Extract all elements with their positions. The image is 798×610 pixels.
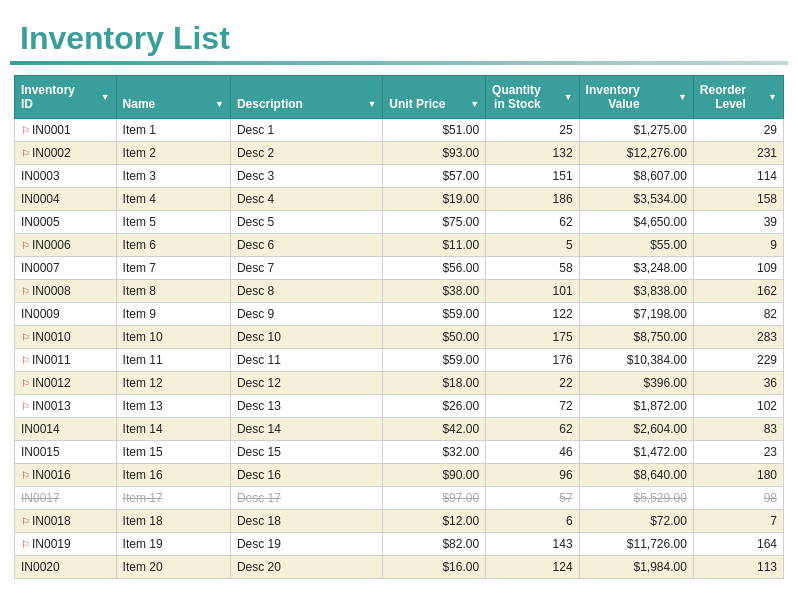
cell-unit-price: $82.00: [383, 533, 486, 556]
table-row: ⚐IN0001Item 1Desc 1$51.0025$1,275.0029: [15, 119, 784, 142]
cell-id: IN0020: [15, 556, 117, 579]
cell-description: Desc 9: [230, 303, 382, 326]
flag-icon: ⚐: [21, 539, 30, 550]
cell-reorder-level: 158: [693, 188, 783, 211]
cell-reorder-level: 164: [693, 533, 783, 556]
cell-description: Desc 2: [230, 142, 382, 165]
cell-reorder-level: 113: [693, 556, 783, 579]
cell-description: Desc 19: [230, 533, 382, 556]
cell-unit-price: $57.00: [383, 165, 486, 188]
cell-name: Item 9: [116, 303, 230, 326]
col-header-qty[interactable]: Quantityin Stock ▼: [486, 76, 579, 119]
cell-description: Desc 13: [230, 395, 382, 418]
cell-qty-in-stock: 46: [486, 441, 579, 464]
cell-description: Desc 20: [230, 556, 382, 579]
flag-icon: ⚐: [21, 240, 30, 251]
cell-description: Desc 14: [230, 418, 382, 441]
page-title: Inventory List: [20, 20, 788, 57]
cell-unit-price: $51.00: [383, 119, 486, 142]
flag-icon: ⚐: [21, 148, 30, 159]
cell-unit-price: $90.00: [383, 464, 486, 487]
cell-reorder-level: 180: [693, 464, 783, 487]
cell-inventory-value: $1,275.00: [579, 119, 693, 142]
cell-name: Item 18: [116, 510, 230, 533]
table-row: ⚐IN0008Item 8Desc 8$38.00101$3,838.00162: [15, 280, 784, 303]
table-row: ⚐IN0010Item 10Desc 10$50.00175$8,750.002…: [15, 326, 784, 349]
cell-id: ⚐IN0012: [15, 372, 117, 395]
cell-qty-in-stock: 175: [486, 326, 579, 349]
cell-id: IN0004: [15, 188, 117, 211]
cell-description: Desc 3: [230, 165, 382, 188]
cell-inventory-value: $3,248.00: [579, 257, 693, 280]
cell-reorder-level: 83: [693, 418, 783, 441]
cell-description: Desc 6: [230, 234, 382, 257]
col-header-name[interactable]: Name ▼: [116, 76, 230, 119]
filter-arrow-name[interactable]: ▼: [215, 99, 224, 109]
cell-unit-price: $26.00: [383, 395, 486, 418]
cell-unit-price: $12.00: [383, 510, 486, 533]
filter-arrow-id[interactable]: ▼: [101, 92, 110, 102]
cell-id: IN0015: [15, 441, 117, 464]
cell-name: Item 7: [116, 257, 230, 280]
flag-icon: ⚐: [21, 286, 30, 297]
cell-name: Item 5: [116, 211, 230, 234]
cell-inventory-value: $7,198.00: [579, 303, 693, 326]
col-header-inventory-value[interactable]: InventoryValue ▼: [579, 76, 693, 119]
table-row: IN0014Item 14Desc 14$42.0062$2,604.0083: [15, 418, 784, 441]
cell-reorder-level: 162: [693, 280, 783, 303]
cell-unit-price: $50.00: [383, 326, 486, 349]
filter-arrow-desc[interactable]: ▼: [367, 99, 376, 109]
cell-name: Item 12: [116, 372, 230, 395]
filter-arrow-qty[interactable]: ▼: [564, 92, 573, 102]
col-header-id[interactable]: InventoryID ▼: [15, 76, 117, 119]
col-header-description[interactable]: Description ▼: [230, 76, 382, 119]
cell-id: ⚐IN0019: [15, 533, 117, 556]
cell-inventory-value: $3,838.00: [579, 280, 693, 303]
table-row: ⚐IN0013Item 13Desc 13$26.0072$1,872.0010…: [15, 395, 784, 418]
cell-reorder-level: 102: [693, 395, 783, 418]
cell-name: Item 10: [116, 326, 230, 349]
cell-reorder-level: 39: [693, 211, 783, 234]
table-row: ⚐IN0018Item 18Desc 18$12.006$72.007: [15, 510, 784, 533]
col-header-unit-price[interactable]: Unit Price ▼: [383, 76, 486, 119]
filter-arrow-price[interactable]: ▼: [470, 99, 479, 109]
cell-id: IN0005: [15, 211, 117, 234]
table-row: IN0017Item 17Desc 17$97.0057$5,529.0098: [15, 487, 784, 510]
cell-description: Desc 8: [230, 280, 382, 303]
cell-description: Desc 18: [230, 510, 382, 533]
cell-name: Item 8: [116, 280, 230, 303]
cell-unit-price: $59.00: [383, 303, 486, 326]
cell-name: Item 4: [116, 188, 230, 211]
flag-icon: ⚐: [21, 378, 30, 389]
table-row: ⚐IN0016Item 16Desc 16$90.0096$8,640.0018…: [15, 464, 784, 487]
filter-arrow-invval[interactable]: ▼: [678, 92, 687, 102]
cell-inventory-value: $55.00: [579, 234, 693, 257]
flag-icon: ⚐: [21, 470, 30, 481]
accent-bar: [10, 61, 788, 65]
cell-qty-in-stock: 72: [486, 395, 579, 418]
cell-qty-in-stock: 151: [486, 165, 579, 188]
cell-qty-in-stock: 58: [486, 257, 579, 280]
flag-icon: ⚐: [21, 516, 30, 527]
cell-unit-price: $75.00: [383, 211, 486, 234]
filter-arrow-reorder[interactable]: ▼: [768, 92, 777, 102]
cell-qty-in-stock: 122: [486, 303, 579, 326]
table-row: ⚐IN0002Item 2Desc 2$93.00132$12,276.0023…: [15, 142, 784, 165]
cell-unit-price: $19.00: [383, 188, 486, 211]
cell-name: Item 16: [116, 464, 230, 487]
cell-id: IN0007: [15, 257, 117, 280]
table-row: ⚐IN0006Item 6Desc 6$11.005$55.009: [15, 234, 784, 257]
cell-id: ⚐IN0001: [15, 119, 117, 142]
cell-name: Item 11: [116, 349, 230, 372]
cell-reorder-level: 114: [693, 165, 783, 188]
cell-name: Item 17: [116, 487, 230, 510]
table-header-row: InventoryID ▼ Name ▼ Description ▼: [15, 76, 784, 119]
col-header-reorder-level[interactable]: ReorderLevel ▼: [693, 76, 783, 119]
cell-id: ⚐IN0013: [15, 395, 117, 418]
cell-inventory-value: $1,472.00: [579, 441, 693, 464]
cell-qty-in-stock: 101: [486, 280, 579, 303]
cell-reorder-level: 9: [693, 234, 783, 257]
cell-unit-price: $59.00: [383, 349, 486, 372]
cell-description: Desc 16: [230, 464, 382, 487]
cell-unit-price: $97.00: [383, 487, 486, 510]
